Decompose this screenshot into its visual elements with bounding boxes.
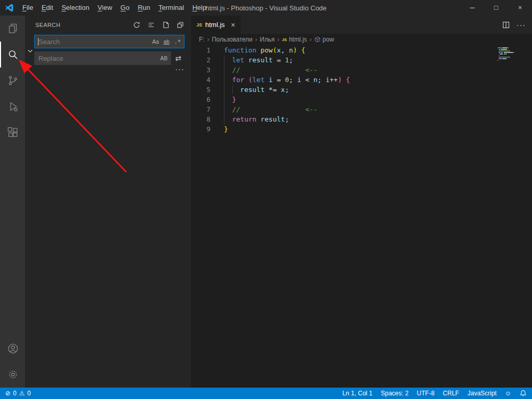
js-file-icon: JS	[282, 37, 287, 42]
menu-terminal[interactable]: Terminal	[154, 0, 188, 16]
activity-bar	[0, 16, 25, 388]
explorer-icon[interactable]	[0, 16, 25, 42]
problems-indicator[interactable]: ⊘ 0 ⚠ 0	[5, 390, 31, 397]
chevron-right-icon: ›	[277, 36, 279, 43]
tab-htmljs[interactable]: JS html.js ×	[191, 16, 241, 34]
breadcrumb: F: › Пользователи › Илья › JS html.js › …	[191, 34, 532, 45]
minimize-button[interactable]: ─	[460, 0, 484, 16]
run-debug-icon[interactable]	[0, 94, 25, 119]
toggle-replace-button[interactable]	[26, 35, 34, 67]
open-new-search-editor-icon[interactable]	[160, 19, 171, 31]
search-body: Aa ab .* AB ⇄ ···	[25, 34, 191, 72]
search-options: Aa ab .*	[151, 37, 184, 47]
breadcrumb-symbol-label: pow	[323, 36, 334, 43]
breadcrumb-symbol[interactable]: pow	[314, 36, 334, 43]
editor-group: JS html.js × ··· F: › Пользователи › Иль…	[191, 16, 532, 388]
editor-actions: ···	[502, 16, 532, 34]
menu-selection[interactable]: Selection	[57, 0, 93, 16]
code-line-1: 1function pow(x, n) {	[191, 45, 532, 55]
breadcrumb-folder[interactable]: Пользователи	[212, 36, 252, 43]
menu-file[interactable]: File	[18, 0, 37, 16]
split-editor-icon[interactable]	[502, 21, 510, 29]
code-lines: 1function pow(x, n) {2 let result = 1;3 …	[191, 45, 532, 134]
cursor-position[interactable]: Ln 1, Col 1	[342, 390, 373, 397]
titlebar: FileEditSelectionViewGoRunTerminalHelp h…	[0, 0, 532, 16]
replace-all-icon[interactable]: ⇄	[172, 52, 184, 64]
line-number: 8	[191, 114, 210, 124]
line-number: 3	[191, 65, 210, 75]
js-file-icon: JS	[196, 22, 202, 28]
menu-view[interactable]: View	[94, 0, 116, 16]
breadcrumb-file[interactable]: JS html.js	[282, 36, 307, 43]
code-line-6: 6 }	[191, 95, 532, 104]
more-row: ···	[34, 65, 184, 72]
menu-edit[interactable]: Edit	[37, 0, 57, 16]
line-number: 4	[191, 75, 210, 85]
extensions-icon[interactable]	[0, 119, 25, 145]
indentation-setting[interactable]: Spaces: 2	[381, 390, 408, 397]
tab-close-icon[interactable]: ×	[231, 21, 235, 29]
chevron-right-icon: ›	[310, 36, 312, 43]
collapse-all-icon[interactable]	[175, 19, 186, 31]
close-button[interactable]: ×	[508, 0, 532, 16]
code-editor[interactable]: 1function pow(x, n) {2 let result = 1;3 …	[191, 45, 532, 388]
source-control-icon[interactable]	[0, 68, 25, 94]
search-panel: SEARCH	[25, 16, 191, 388]
line-number: 1	[191, 45, 210, 55]
notifications-bell-icon[interactable]	[520, 390, 527, 397]
tab-label: html.js	[205, 21, 225, 29]
maximize-button[interactable]: □	[484, 0, 508, 16]
breadcrumb-file-label: html.js	[289, 36, 307, 43]
replace-options: AB	[159, 54, 170, 63]
refresh-icon[interactable]	[131, 19, 142, 31]
chevron-down-icon	[26, 47, 34, 55]
chevron-right-icon: ›	[255, 36, 257, 43]
more-actions-icon[interactable]: ···	[516, 20, 526, 29]
replace-row: AB ⇄	[34, 51, 184, 65]
activity-bar-spacer	[0, 145, 25, 336]
feedback-icon[interactable]: ☺	[505, 390, 511, 397]
search-details-toggle[interactable]: ···	[175, 66, 184, 72]
menu-run[interactable]: Run	[134, 0, 154, 16]
search-input[interactable]	[35, 38, 151, 46]
vscode-window: FileEditSelectionViewGoRunTerminalHelp h…	[0, 0, 532, 399]
search-panel-header: SEARCH	[25, 16, 191, 34]
warning-count: 0	[28, 390, 31, 397]
code-line-9: 9}	[191, 124, 532, 134]
match-case-toggle[interactable]: Aa	[151, 37, 161, 47]
line-number: 2	[191, 55, 210, 65]
code-line-2: 2 let result = 1;	[191, 55, 532, 65]
minimap	[498, 47, 525, 61]
window-title: html.js - Photoshop - Visual Studio Code	[205, 4, 326, 12]
search-icon[interactable]	[0, 42, 25, 68]
replace-input[interactable]	[35, 55, 159, 62]
breadcrumb-drive[interactable]: F:	[199, 36, 205, 43]
line-number: 9	[191, 124, 210, 134]
error-count: 0	[13, 390, 17, 397]
eol-setting[interactable]: CRLF	[443, 390, 459, 397]
preserve-case-toggle[interactable]: AB	[159, 54, 169, 63]
search-fields: Aa ab .* AB ⇄ ···	[34, 35, 184, 72]
code-line-4: 4 for (let i = 0; i < n; i++) {	[191, 75, 532, 85]
text-cursor	[38, 38, 38, 46]
code-line-3: 3 // <--	[191, 65, 532, 75]
status-right: Ln 1, Col 1 Spaces: 2 UTF-8 CRLF JavaScr…	[342, 390, 527, 397]
menu-go[interactable]: Go	[116, 0, 134, 16]
line-number: 6	[191, 95, 210, 104]
whole-word-toggle[interactable]: ab	[162, 37, 171, 47]
window-controls: ─ □ ×	[460, 0, 532, 16]
code-line-5: 5 result *= x;	[191, 85, 532, 95]
accounts-icon[interactable]	[0, 336, 25, 362]
clear-search-results-icon[interactable]	[145, 19, 157, 31]
search-input-box: Aa ab .*	[34, 35, 184, 48]
panel-title: SEARCH	[35, 22, 131, 28]
encoding-setting[interactable]: UTF-8	[417, 390, 434, 397]
error-icon: ⊘	[5, 390, 10, 397]
regex-toggle[interactable]: .*	[172, 37, 182, 47]
breadcrumb-folder[interactable]: Илья	[260, 36, 274, 43]
replace-input-box: AB	[34, 51, 171, 65]
language-mode[interactable]: JavaScript	[468, 390, 497, 397]
symbol-method-icon	[314, 36, 321, 43]
panel-actions	[131, 19, 186, 31]
settings-gear-icon[interactable]	[0, 362, 25, 388]
